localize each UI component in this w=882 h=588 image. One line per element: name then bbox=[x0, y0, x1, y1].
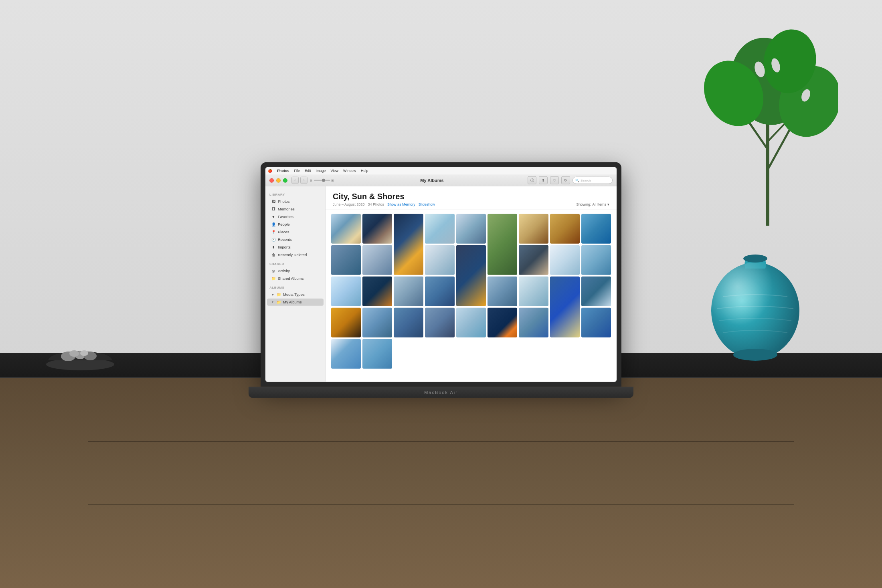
photo-18[interactable] bbox=[362, 276, 392, 306]
photo-24[interactable] bbox=[581, 276, 611, 306]
photo-12[interactable] bbox=[425, 245, 455, 275]
window-menu[interactable]: Window bbox=[343, 169, 356, 173]
sidebar-item-shared-albums[interactable]: 📁 Shared Albums bbox=[267, 275, 324, 282]
showing-label: Showing: bbox=[576, 202, 591, 206]
albums-section-label: Albums bbox=[265, 282, 325, 290]
laptop-base: MacBook Air bbox=[249, 386, 633, 398]
help-menu[interactable]: Help bbox=[361, 169, 368, 173]
photo-31[interactable] bbox=[519, 307, 548, 337]
recently-deleted-icon: 🗑 bbox=[271, 252, 276, 257]
app-body: Library 🖼 Photos 🎞 Memories ♥ Favorites bbox=[265, 186, 617, 382]
album-date-range: June – August 2020 bbox=[333, 202, 365, 206]
photo-21[interactable] bbox=[488, 276, 517, 306]
sidebar-item-media-types[interactable]: ▶ 📁 Media Types bbox=[267, 291, 324, 298]
favorites-icon: ♥ bbox=[271, 214, 276, 219]
back-button[interactable]: ‹ bbox=[291, 177, 299, 184]
minimize-button[interactable] bbox=[276, 178, 281, 182]
places-icon: 📍 bbox=[271, 229, 276, 234]
album-showing: Showing: All Items ▾ bbox=[576, 202, 609, 206]
sidebar-item-people[interactable]: 👤 People bbox=[267, 220, 324, 228]
image-menu[interactable]: Image bbox=[316, 169, 326, 173]
photo-10[interactable] bbox=[331, 245, 361, 275]
sidebar-item-recents[interactable]: 🕐 Recents bbox=[267, 236, 324, 243]
sidebar: Library 🖼 Photos 🎞 Memories ♥ Favorites bbox=[265, 186, 326, 382]
album-meta: June – August 2020 34 Photos Show as Mem… bbox=[333, 202, 609, 206]
photo-32[interactable] bbox=[581, 307, 611, 337]
photo-25[interactable] bbox=[331, 307, 361, 337]
sidebar-memories-label: Memories bbox=[278, 207, 295, 211]
sidebar-imports-label: Imports bbox=[278, 245, 291, 249]
people-icon: 👤 bbox=[271, 222, 276, 226]
photo-11[interactable] bbox=[362, 245, 392, 275]
photo-6[interactable] bbox=[488, 214, 517, 275]
share-button[interactable]: ⬆ bbox=[539, 176, 548, 184]
photo-20[interactable] bbox=[425, 276, 455, 306]
photo-5[interactable] bbox=[456, 214, 486, 243]
photo-9[interactable] bbox=[581, 214, 611, 243]
sidebar-item-imports[interactable]: ⬇ Imports bbox=[267, 243, 324, 251]
file-menu[interactable]: File bbox=[294, 169, 300, 173]
recents-icon: 🕐 bbox=[271, 237, 276, 242]
zoom-slider[interactable]: ⊟ ⊞ bbox=[310, 178, 334, 182]
photo-22[interactable] bbox=[519, 276, 548, 306]
search-box[interactable]: 🔍 Search bbox=[572, 177, 613, 184]
main-content: City, Sun & Shores June – August 2020 34… bbox=[326, 186, 617, 382]
my-albums-icon: 📁 bbox=[276, 299, 281, 304]
photo-17[interactable] bbox=[331, 276, 361, 306]
sidebar-media-types-label: Media Types bbox=[283, 292, 305, 297]
rotate-button[interactable]: ↻ bbox=[561, 176, 570, 184]
sidebar-shared-albums-label: Shared Albums bbox=[278, 276, 303, 281]
activity-icon: ◎ bbox=[271, 268, 276, 273]
photo-26[interactable] bbox=[362, 307, 392, 337]
photo-33[interactable] bbox=[331, 339, 361, 368]
album-photo-count: 34 Photos bbox=[368, 202, 384, 206]
photo-1[interactable] bbox=[331, 214, 361, 243]
photo-27[interactable] bbox=[394, 307, 423, 337]
photo-4[interactable] bbox=[425, 214, 455, 243]
photo-8[interactable] bbox=[550, 214, 580, 243]
view-menu[interactable]: View bbox=[331, 169, 338, 173]
photo-3[interactable] bbox=[394, 214, 423, 275]
shared-section-label: Shared bbox=[265, 259, 325, 267]
sidebar-item-photos[interactable]: 🖼 Photos bbox=[267, 198, 324, 205]
edit-menu[interactable]: Edit bbox=[305, 169, 311, 173]
sidebar-item-memories[interactable]: 🎞 Memories bbox=[267, 205, 324, 212]
photo-2[interactable] bbox=[362, 214, 392, 243]
fullscreen-button[interactable] bbox=[283, 178, 287, 182]
app-name-menu[interactable]: Photos bbox=[277, 169, 289, 173]
photo-13[interactable] bbox=[456, 245, 486, 306]
photo-29[interactable] bbox=[456, 307, 486, 337]
search-placeholder: Search bbox=[581, 178, 591, 182]
album-title: City, Sun & Shores bbox=[333, 192, 609, 201]
forward-button[interactable]: › bbox=[300, 177, 307, 184]
photo-19[interactable] bbox=[394, 276, 423, 306]
sidebar-item-places[interactable]: 📍 Places bbox=[267, 228, 324, 235]
svg-point-12 bbox=[743, 255, 767, 263]
info-button[interactable]: ⓘ bbox=[528, 176, 536, 184]
sidebar-item-my-albums[interactable]: ▼ 📁 My Albums bbox=[267, 298, 324, 305]
sidebar-item-recently-deleted[interactable]: 🗑 Recently Deleted bbox=[267, 251, 324, 258]
svg-point-20 bbox=[80, 350, 88, 356]
photo-28[interactable] bbox=[425, 307, 455, 337]
slideshow-link[interactable]: Slideshow bbox=[419, 202, 435, 206]
media-types-icon: 📁 bbox=[276, 292, 281, 297]
showing-value[interactable]: All Items bbox=[592, 202, 606, 206]
laptop-screen[interactable]: 🍎 Photos File Edit Image View Window Hel… bbox=[265, 167, 617, 382]
sidebar-item-favorites[interactable]: ♥ Favorites bbox=[267, 213, 324, 220]
media-types-arrow: ▶ bbox=[271, 293, 274, 296]
photo-14[interactable] bbox=[519, 245, 548, 275]
showing-arrow: ▾ bbox=[607, 202, 609, 206]
sidebar-item-activity[interactable]: ◎ Activity bbox=[267, 267, 324, 274]
photo-34[interactable] bbox=[362, 339, 392, 368]
photo-23[interactable] bbox=[550, 276, 580, 337]
photo-16[interactable] bbox=[581, 245, 611, 275]
photo-15[interactable] bbox=[550, 245, 580, 275]
photo-7[interactable] bbox=[519, 214, 548, 243]
photo-30[interactable] bbox=[488, 307, 517, 337]
close-button[interactable] bbox=[269, 178, 274, 182]
show-as-memory-link[interactable]: Show as Memory bbox=[387, 202, 415, 206]
sidebar-activity-label: Activity bbox=[278, 269, 290, 273]
apple-menu[interactable]: 🍎 bbox=[268, 169, 272, 173]
favorite-button[interactable]: ♡ bbox=[550, 176, 559, 184]
traffic-lights bbox=[269, 178, 287, 182]
